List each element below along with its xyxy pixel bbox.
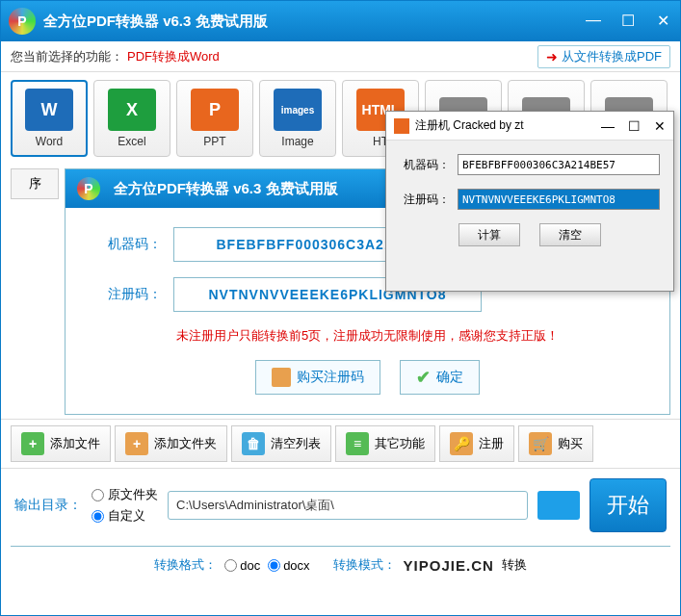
plus-icon: + (21, 432, 44, 455)
reg-title: 全方位PDF转换器 v6.3 免费试用版 (114, 180, 338, 198)
bottom-bar: 转换格式： doc docx 转换模式： YIPOJIE.CN 转换 (11, 546, 670, 583)
register-label: 注册 (479, 435, 504, 452)
shopping-bag-icon (272, 368, 291, 387)
buy-button[interactable]: 🛒 购买 (518, 425, 593, 462)
registration-note: 未注册用户只能转换前5页，注册成功无限制使用，感谢您支持正版！ (94, 327, 641, 345)
titlebar: 全方位PDF转换器 v6.3 免费试用版 — ☐ ✕ (1, 1, 680, 41)
reg-code-label: 注册码： (94, 286, 162, 303)
keygen-dialog: 注册机 Cracked by zt — ☐ ✕ 机器码： 注册码： 计算 清空 (385, 111, 674, 292)
minimize-button[interactable]: — (584, 12, 603, 31)
keygen-reg-row: 注册码： (400, 189, 660, 210)
action-toolbar: + 添加文件 + 添加文件夹 🗑 清空列表 ≡ 其它功能 🔑 注册 🛒 购买 (1, 419, 680, 469)
keygen-minimize-button[interactable]: — (601, 118, 615, 134)
clear-button[interactable]: 清空 (539, 223, 601, 246)
keygen-reg-label: 注册码： (400, 192, 450, 208)
convert-link-label: 从文件转换成PDF (562, 48, 662, 65)
image-label: Image (281, 135, 313, 148)
radio-original-input[interactable] (92, 489, 104, 501)
current-function: PDF转换成Word (127, 48, 220, 65)
mode-suffix: 转换 (502, 556, 527, 574)
start-button[interactable]: 开始 (589, 478, 667, 532)
radio-custom-folder[interactable]: 自定义 (92, 507, 158, 525)
confirm-button[interactable]: ✔ 确定 (400, 360, 480, 395)
radio-doc[interactable]: doc (224, 558, 260, 573)
radio-docx[interactable]: docx (268, 558, 309, 573)
radio-custom-input[interactable] (92, 510, 104, 523)
format-tab-image[interactable]: images Image (259, 80, 336, 157)
clear-list-label: 清空列表 (271, 435, 321, 452)
reg-actions: 购买注册码 ✔ 确定 (94, 360, 641, 395)
sequence-header: 序 (11, 168, 59, 199)
output-section: 输出目录： 原文件夹 自定义 C:\Users\Administrator\桌面… (1, 469, 680, 542)
add-file-button[interactable]: + 添加文件 (11, 425, 111, 462)
keygen-title: 注册机 Cracked by zt (415, 117, 601, 134)
watermark-text: YIPOJIE.CN (404, 557, 494, 574)
cart-icon: 🛒 (529, 432, 552, 455)
add-folder-button[interactable]: + 添加文件夹 (115, 425, 227, 462)
format-tab-word[interactable]: W Word (11, 80, 88, 157)
keygen-maximize-button[interactable]: ☐ (628, 118, 641, 134)
keygen-titlebar[interactable]: 注册机 Cracked by zt — ☐ ✕ (386, 112, 673, 141)
app-logo-icon (9, 8, 36, 35)
keygen-body: 机器码： 注册码： 计算 清空 (386, 141, 673, 260)
keygen-machine-input[interactable] (458, 154, 660, 175)
machine-code-label: 机器码： (94, 236, 162, 253)
function-bar: 您当前选择的功能： PDF转换成Word ➜ 从文件转换成PDF (1, 41, 680, 72)
keygen-reg-input[interactable] (458, 189, 660, 210)
clear-list-button[interactable]: 🗑 清空列表 (231, 425, 331, 462)
calculate-button[interactable]: 计算 (458, 223, 520, 246)
format-tab-excel[interactable]: X Excel (93, 80, 170, 157)
folder-plus-icon: + (125, 432, 148, 455)
reg-logo-icon (77, 177, 100, 200)
main-window: 全方位PDF转换器 v6.3 免费试用版 — ☐ ✕ 您当前选择的功能： PDF… (0, 0, 681, 616)
add-folder-label: 添加文件夹 (154, 435, 217, 452)
arrow-right-icon: ➜ (546, 49, 558, 64)
keygen-window-controls: — ☐ ✕ (601, 118, 666, 134)
convert-mode-group: 转换模式： YIPOJIE.CN 转换 (333, 556, 527, 574)
close-button[interactable]: ✕ (653, 12, 672, 31)
keygen-actions: 计算 清空 (400, 223, 660, 246)
convert-from-file-link[interactable]: ➜ 从文件转换成PDF (537, 45, 670, 68)
excel-icon: X (108, 89, 156, 131)
keygen-app-icon (394, 118, 409, 134)
radio-original-folder[interactable]: 原文件夹 (92, 486, 158, 503)
list-icon: ≡ (346, 432, 369, 455)
format-label: 转换格式： (154, 556, 217, 574)
word-label: Word (36, 135, 63, 148)
ok-label: 确定 (436, 369, 463, 386)
register-button[interactable]: 🔑 注册 (439, 425, 514, 462)
other-functions-button[interactable]: ≡ 其它功能 (335, 425, 435, 462)
buy-label-tb: 购买 (558, 435, 583, 452)
window-title: 全方位PDF转换器 v6.3 免费试用版 (43, 13, 584, 31)
mode-label: 转换模式： (333, 556, 396, 574)
format-tab-ppt[interactable]: P PPT (176, 80, 253, 157)
radio-doc-input[interactable] (224, 559, 237, 572)
output-path-field[interactable]: C:\Users\Administrator\桌面\ (168, 491, 528, 520)
checkmark-icon: ✔ (416, 367, 431, 388)
other-label: 其它功能 (375, 435, 425, 452)
radio-docx-input[interactable] (268, 559, 280, 572)
keygen-machine-row: 机器码： (400, 154, 660, 175)
window-controls: — ☐ ✕ (584, 12, 672, 31)
image-icon: images (274, 89, 322, 131)
keygen-close-button[interactable]: ✕ (654, 118, 666, 134)
function-label: 您当前选择的功能： (11, 48, 123, 65)
output-radio-group: 原文件夹 自定义 (92, 486, 158, 525)
keygen-machine-label: 机器码： (400, 157, 450, 173)
buy-reg-code-button[interactable]: 购买注册码 (255, 360, 380, 395)
word-icon: W (25, 89, 73, 131)
key-icon: 🔑 (450, 432, 473, 455)
ppt-icon: P (191, 89, 239, 131)
ppt-label: PPT (203, 135, 225, 148)
trash-icon: 🗑 (242, 432, 265, 455)
browse-folder-button[interactable] (537, 491, 580, 520)
buy-label: 购买注册码 (297, 369, 364, 386)
sequence-column: 序 (11, 168, 59, 415)
add-file-label: 添加文件 (50, 435, 100, 452)
excel-label: Excel (118, 135, 145, 148)
convert-format-group: 转换格式： doc docx (154, 556, 309, 574)
maximize-button[interactable]: ☐ (618, 12, 638, 31)
output-dir-label: 输出目录： (14, 497, 82, 514)
